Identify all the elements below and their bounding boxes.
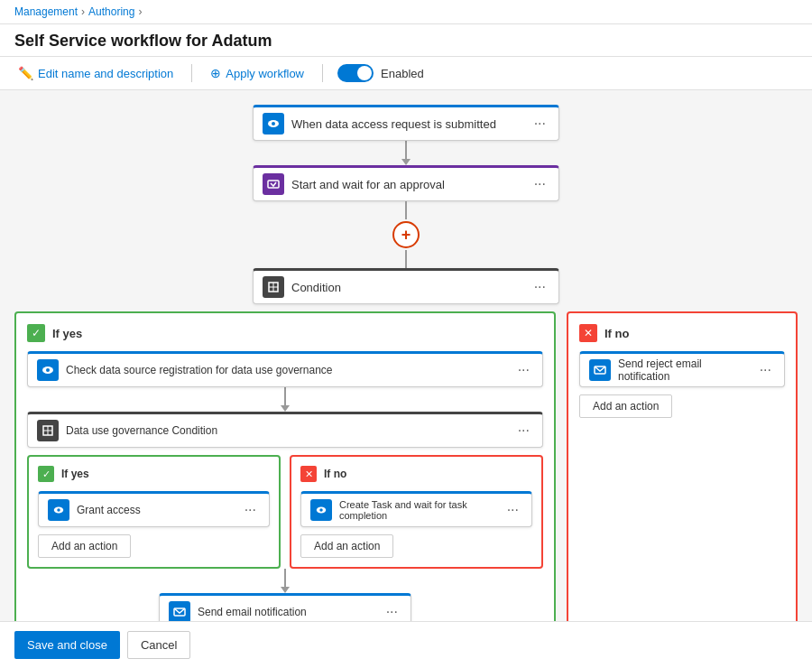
add-step-plus-btn[interactable]: + bbox=[392, 221, 420, 248]
add-action-1-btn[interactable]: Add an action bbox=[38, 534, 131, 558]
if-no-outer-title: If no bbox=[604, 327, 629, 340]
create-task-icon bbox=[310, 499, 332, 521]
approval-icon bbox=[263, 173, 284, 195]
connector-line-3 bbox=[405, 250, 407, 268]
toggle-knob bbox=[357, 66, 372, 80]
send-reject-node[interactable]: Send reject email notification ··· bbox=[579, 351, 785, 387]
breadcrumb-authoring[interactable]: Authoring bbox=[88, 5, 134, 18]
svg-point-1 bbox=[272, 122, 275, 125]
trigger-label: When data access request is submitted bbox=[291, 117, 523, 131]
apply-icon: ⊕ bbox=[210, 66, 221, 80]
send-email-menu[interactable]: ··· bbox=[383, 602, 401, 621]
if-yes-outer-header: ✓ If yes bbox=[27, 324, 543, 342]
canvas: When data access request is submitted ··… bbox=[0, 90, 812, 621]
yes-check-icon: ✓ bbox=[27, 324, 45, 342]
connector-line-1 bbox=[405, 141, 407, 159]
connector-line-2 bbox=[405, 201, 407, 219]
check-data-icon bbox=[37, 359, 59, 381]
svg-point-7 bbox=[46, 368, 50, 372]
toolbar-divider bbox=[191, 64, 192, 82]
toolbar-divider2 bbox=[322, 64, 323, 82]
send-reject-label: Send reject email notification bbox=[618, 357, 749, 383]
trigger-menu[interactable]: ··· bbox=[531, 114, 549, 134]
breadcrumb-management[interactable]: Management bbox=[14, 5, 78, 18]
toggle-label: Enabled bbox=[381, 67, 424, 80]
condition-node[interactable]: Condition ··· bbox=[253, 268, 559, 304]
send-email-label: Send email notification bbox=[198, 606, 375, 618]
grant-icon bbox=[48, 499, 69, 521]
page-title: Self Service workflow for Adatum bbox=[0, 24, 812, 57]
add-action-4-btn[interactable]: Add an action bbox=[579, 394, 672, 418]
inner-yes-icon: ✓ bbox=[38, 466, 54, 482]
check-data-label: Check data source registration for data … bbox=[66, 364, 507, 376]
if-yes-outer-box: ✓ If yes Check data source registration … bbox=[14, 311, 556, 621]
data-gov-icon bbox=[37, 420, 59, 441]
data-gov-label: Data use governance Condition bbox=[66, 424, 507, 437]
breadcrumb: Management › Authoring › bbox=[0, 0, 812, 24]
inner-if-yes-title: If yes bbox=[61, 468, 89, 480]
svg-point-14 bbox=[319, 508, 323, 512]
trigger-icon bbox=[263, 113, 284, 135]
plus-icon: + bbox=[401, 226, 411, 245]
arrow-down-1 bbox=[401, 159, 411, 165]
edit-name-button[interactable]: ✏️ Edit name and description bbox=[14, 64, 177, 82]
inner-if-yes-box: ✓ If yes Grant access ··· Add an action bbox=[27, 455, 281, 569]
data-governance-node[interactable]: Data use governance Condition ··· bbox=[27, 412, 543, 448]
inner-if-no-box: ✕ If no Create Task and wait for task co… bbox=[290, 455, 543, 569]
send-email-icon bbox=[169, 601, 190, 621]
check-data-node[interactable]: Check data source registration for data … bbox=[27, 351, 543, 387]
edit-icon: ✏️ bbox=[18, 66, 33, 80]
toggle-wrapper: Enabled bbox=[337, 64, 424, 82]
svg-point-12 bbox=[57, 508, 60, 512]
breadcrumb-sep2: › bbox=[138, 5, 142, 18]
approval-label: Start and wait for an approval bbox=[291, 178, 523, 191]
send-reject-menu[interactable]: ··· bbox=[756, 360, 775, 380]
create-task-node[interactable]: Create Task and wait for task completion… bbox=[300, 491, 532, 527]
save-close-button[interactable]: Save and close bbox=[14, 631, 120, 659]
create-task-label: Create Task and wait for task completion bbox=[339, 499, 496, 521]
footer: Save and close Cancel bbox=[0, 621, 812, 668]
condition-icon bbox=[263, 276, 284, 298]
if-no-outer-header: ✕ If no bbox=[579, 324, 785, 342]
grant-menu[interactable]: ··· bbox=[241, 500, 260, 520]
send-reject-icon bbox=[589, 359, 611, 381]
condition-menu[interactable]: ··· bbox=[531, 277, 549, 297]
if-no-outer-box: ✕ If no Send reject email notification ·… bbox=[567, 311, 798, 621]
add-action-2-btn[interactable]: Add an action bbox=[300, 534, 393, 558]
apply-workflow-button[interactable]: ⊕ Apply workflow bbox=[207, 64, 308, 82]
inner-no-icon: ✕ bbox=[300, 466, 317, 482]
grant-access-node[interactable]: Grant access ··· bbox=[38, 491, 270, 527]
condition-label: Condition bbox=[291, 281, 523, 294]
grant-label: Grant access bbox=[77, 504, 234, 516]
approval-menu[interactable]: ··· bbox=[531, 174, 549, 194]
trigger-node[interactable]: When data access request is submitted ··… bbox=[253, 105, 559, 141]
create-task-menu[interactable]: ··· bbox=[503, 500, 522, 520]
enabled-toggle[interactable] bbox=[337, 64, 374, 82]
no-x-icon: ✕ bbox=[579, 324, 597, 342]
approval-node[interactable]: Start and wait for an approval ··· bbox=[253, 165, 559, 201]
toolbar: ✏️ Edit name and description ⊕ Apply wor… bbox=[0, 57, 812, 90]
cancel-button[interactable]: Cancel bbox=[127, 631, 190, 659]
inner-if-no-title: If no bbox=[324, 468, 346, 480]
data-gov-menu[interactable]: ··· bbox=[514, 421, 533, 441]
breadcrumb-sep1: › bbox=[81, 5, 85, 18]
check-data-menu[interactable]: ··· bbox=[514, 360, 533, 380]
if-yes-outer-title: If yes bbox=[52, 327, 82, 340]
send-email-node[interactable]: Send email notification ··· bbox=[159, 593, 411, 621]
